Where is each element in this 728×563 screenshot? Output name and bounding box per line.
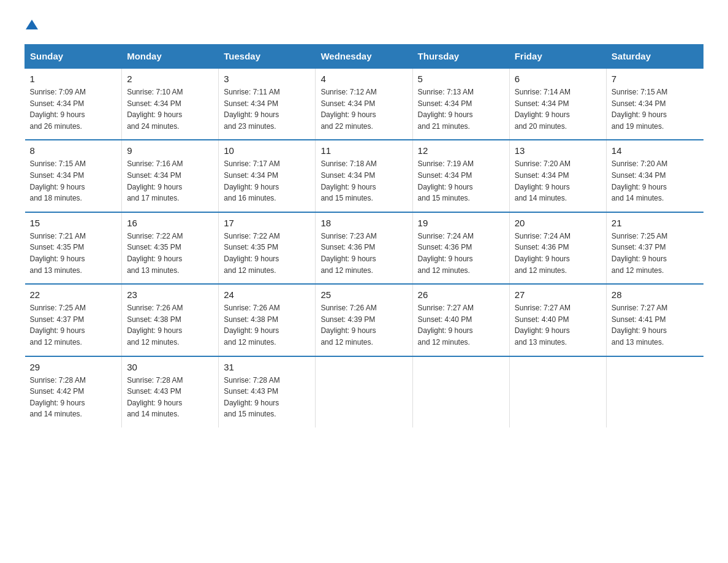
calendar-header-row: SundayMondayTuesdayWednesdayThursdayFrid…	[25, 45, 703, 69]
day-info: Sunrise: 7:25 AMSunset: 4:37 PMDaylight:…	[612, 232, 667, 275]
day-info: Sunrise: 7:22 AMSunset: 4:35 PMDaylight:…	[224, 232, 279, 275]
day-number: 25	[320, 289, 407, 300]
calendar-cell: 18 Sunrise: 7:23 AMSunset: 4:36 PMDaylig…	[316, 212, 412, 284]
day-info: Sunrise: 7:13 AMSunset: 4:34 PMDaylight:…	[418, 88, 474, 131]
calendar-cell: 6 Sunrise: 7:14 AMSunset: 4:34 PMDayligh…	[509, 68, 606, 140]
day-info: Sunrise: 7:27 AMSunset: 4:40 PMDaylight:…	[515, 304, 571, 347]
day-number: 31	[224, 362, 310, 372]
calendar-week-row: 22 Sunrise: 7:25 AMSunset: 4:37 PMDaylig…	[25, 284, 703, 356]
calendar-cell: 8 Sunrise: 7:15 AMSunset: 4:34 PMDayligh…	[25, 140, 122, 212]
calendar-cell: 14 Sunrise: 7:20 AMSunset: 4:34 PMDaylig…	[606, 140, 703, 212]
header-thursday: Thursday	[412, 45, 509, 69]
day-number: 8	[30, 145, 117, 156]
header-tuesday: Tuesday	[219, 45, 316, 69]
calendar-cell: 5 Sunrise: 7:13 AMSunset: 4:34 PMDayligh…	[412, 68, 509, 140]
calendar-cell: 23 Sunrise: 7:26 AMSunset: 4:38 PMDaylig…	[122, 284, 219, 356]
calendar-cell: 28 Sunrise: 7:27 AMSunset: 4:41 PMDaylig…	[606, 284, 703, 356]
calendar-cell	[316, 356, 412, 427]
day-info: Sunrise: 7:27 AMSunset: 4:41 PMDaylight:…	[612, 304, 667, 347]
header-saturday: Saturday	[606, 45, 703, 69]
day-info: Sunrise: 7:28 AMSunset: 4:43 PMDaylight:…	[127, 376, 183, 419]
day-number: 7	[612, 74, 699, 84]
day-number: 18	[320, 218, 407, 228]
calendar-week-row: 8 Sunrise: 7:15 AMSunset: 4:34 PMDayligh…	[25, 140, 703, 212]
calendar-cell: 3 Sunrise: 7:11 AMSunset: 4:34 PMDayligh…	[219, 68, 316, 140]
day-number: 16	[127, 218, 213, 228]
day-number: 21	[612, 218, 699, 228]
day-number: 22	[30, 289, 117, 300]
calendar-cell: 16 Sunrise: 7:22 AMSunset: 4:35 PMDaylig…	[122, 212, 219, 284]
calendar-cell: 12 Sunrise: 7:19 AMSunset: 4:34 PMDaylig…	[412, 140, 509, 212]
header-wednesday: Wednesday	[316, 45, 412, 69]
day-info: Sunrise: 7:18 AMSunset: 4:34 PMDaylight:…	[320, 159, 376, 202]
calendar-cell: 24 Sunrise: 7:26 AMSunset: 4:38 PMDaylig…	[219, 284, 316, 356]
day-info: Sunrise: 7:24 AMSunset: 4:36 PMDaylight:…	[515, 232, 571, 275]
day-number: 4	[320, 74, 407, 84]
calendar-cell: 10 Sunrise: 7:17 AMSunset: 4:34 PMDaylig…	[219, 140, 316, 212]
day-number: 29	[30, 362, 117, 372]
page-header	[25, 18, 703, 32]
calendar-cell	[412, 356, 509, 427]
calendar-week-row: 1 Sunrise: 7:09 AMSunset: 4:34 PMDayligh…	[25, 68, 703, 140]
calendar-cell: 13 Sunrise: 7:20 AMSunset: 4:34 PMDaylig…	[509, 140, 606, 212]
day-number: 9	[127, 145, 213, 156]
day-number: 19	[418, 218, 504, 228]
day-number: 14	[612, 145, 699, 156]
day-info: Sunrise: 7:25 AMSunset: 4:37 PMDaylight:…	[30, 304, 86, 347]
day-info: Sunrise: 7:26 AMSunset: 4:39 PMDaylight:…	[320, 304, 376, 347]
day-number: 30	[127, 362, 213, 372]
day-number: 6	[515, 74, 601, 84]
calendar-cell: 22 Sunrise: 7:25 AMSunset: 4:37 PMDaylig…	[25, 284, 122, 356]
calendar-cell	[509, 356, 606, 427]
day-number: 26	[418, 289, 504, 300]
day-number: 15	[30, 218, 117, 228]
calendar-cell: 27 Sunrise: 7:27 AMSunset: 4:40 PMDaylig…	[509, 284, 606, 356]
calendar-cell: 21 Sunrise: 7:25 AMSunset: 4:37 PMDaylig…	[606, 212, 703, 284]
day-info: Sunrise: 7:19 AMSunset: 4:34 PMDaylight:…	[418, 159, 474, 202]
day-info: Sunrise: 7:10 AMSunset: 4:34 PMDaylight:…	[127, 88, 183, 131]
calendar-cell: 2 Sunrise: 7:10 AMSunset: 4:34 PMDayligh…	[122, 68, 219, 140]
day-info: Sunrise: 7:20 AMSunset: 4:34 PMDaylight:…	[612, 159, 667, 202]
calendar-cell: 30 Sunrise: 7:28 AMSunset: 4:43 PMDaylig…	[122, 356, 219, 427]
day-number: 17	[224, 218, 310, 228]
day-number: 2	[127, 74, 213, 84]
calendar-cell: 15 Sunrise: 7:21 AMSunset: 4:35 PMDaylig…	[25, 212, 122, 284]
day-number: 20	[515, 218, 601, 228]
calendar-cell: 25 Sunrise: 7:26 AMSunset: 4:39 PMDaylig…	[316, 284, 412, 356]
logo-triangle-icon	[26, 18, 38, 31]
header-friday: Friday	[509, 45, 606, 69]
calendar-cell: 29 Sunrise: 7:28 AMSunset: 4:42 PMDaylig…	[25, 356, 122, 427]
calendar-cell: 7 Sunrise: 7:15 AMSunset: 4:34 PMDayligh…	[606, 68, 703, 140]
day-number: 23	[127, 289, 213, 300]
calendar-cell: 26 Sunrise: 7:27 AMSunset: 4:40 PMDaylig…	[412, 284, 509, 356]
header-monday: Monday	[122, 45, 219, 69]
day-info: Sunrise: 7:27 AMSunset: 4:40 PMDaylight:…	[418, 304, 474, 347]
day-number: 13	[515, 145, 601, 156]
day-info: Sunrise: 7:28 AMSunset: 4:43 PMDaylight:…	[224, 376, 279, 419]
day-number: 28	[612, 289, 699, 300]
calendar-cell: 17 Sunrise: 7:22 AMSunset: 4:35 PMDaylig…	[219, 212, 316, 284]
calendar-cell: 9 Sunrise: 7:16 AMSunset: 4:34 PMDayligh…	[122, 140, 219, 212]
day-number: 1	[30, 74, 117, 84]
logo-blue-text	[25, 16, 38, 32]
calendar-table: SundayMondayTuesdayWednesdayThursdayFrid…	[25, 44, 703, 427]
calendar-cell: 1 Sunrise: 7:09 AMSunset: 4:34 PMDayligh…	[25, 68, 122, 140]
calendar-week-row: 29 Sunrise: 7:28 AMSunset: 4:42 PMDaylig…	[25, 356, 703, 427]
day-info: Sunrise: 7:15 AMSunset: 4:34 PMDaylight:…	[30, 159, 86, 202]
calendar-cell: 20 Sunrise: 7:24 AMSunset: 4:36 PMDaylig…	[509, 212, 606, 284]
day-info: Sunrise: 7:20 AMSunset: 4:34 PMDaylight:…	[515, 159, 571, 202]
logo	[25, 18, 38, 32]
svg-marker-0	[26, 20, 38, 29]
day-info: Sunrise: 7:16 AMSunset: 4:34 PMDaylight:…	[127, 159, 183, 202]
day-info: Sunrise: 7:21 AMSunset: 4:35 PMDaylight:…	[30, 232, 86, 275]
day-number: 27	[515, 289, 601, 300]
day-number: 12	[418, 145, 504, 156]
day-number: 24	[224, 289, 310, 300]
calendar-cell: 19 Sunrise: 7:24 AMSunset: 4:36 PMDaylig…	[412, 212, 509, 284]
day-info: Sunrise: 7:22 AMSunset: 4:35 PMDaylight:…	[127, 232, 183, 275]
day-info: Sunrise: 7:11 AMSunset: 4:34 PMDaylight:…	[224, 88, 279, 131]
day-number: 3	[224, 74, 310, 84]
day-info: Sunrise: 7:15 AMSunset: 4:34 PMDaylight:…	[612, 88, 667, 131]
day-number: 10	[224, 145, 310, 156]
day-info: Sunrise: 7:28 AMSunset: 4:42 PMDaylight:…	[30, 376, 86, 419]
